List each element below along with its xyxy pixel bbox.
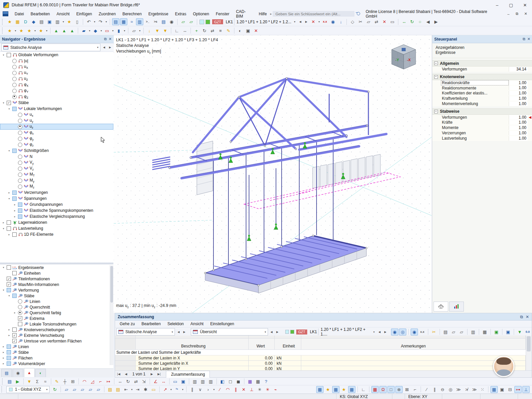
checkbox[interactable] <box>12 197 17 201</box>
factor-row-verzerrungen[interactable]: Verzerrungen1.00 <box>432 130 532 136</box>
line-support-icon[interactable]: ▲ <box>61 27 68 34</box>
delete-results-icon[interactable]: ✕ <box>381 18 388 25</box>
support-center-icon[interactable]: ◉ <box>168 18 175 25</box>
decimal-icon[interactable]: 0.0 <box>524 329 531 335</box>
prev-load-combination-button[interactable]: ◀ <box>297 18 303 25</box>
keyword-search-input[interactable] <box>273 11 354 17</box>
next-view-button[interactable]: ▶ <box>274 329 280 335</box>
line-snap-icon[interactable]: ∕ <box>423 386 430 393</box>
radio-button[interactable] <box>12 83 17 87</box>
radio-button[interactable] <box>18 173 22 177</box>
script-editor-icon[interactable]: >s <box>152 18 159 25</box>
grid-points-icon[interactable]: ▦ <box>332 386 339 393</box>
factor-value[interactable]: 1.00 <box>509 85 528 90</box>
dim-x-icon[interactable]: ⇤ <box>122 386 130 393</box>
tree-item--x[interactable]: φX <box>0 82 113 88</box>
show-values-icon[interactable]: ◉ <box>411 329 418 335</box>
table-analysis-dropdown[interactable]: Statische Analyse▾ <box>116 328 175 335</box>
load-combination-dropdown[interactable]: 1.20 * LF1 + 1.20 * LF2 + 1.2... ▾ <box>234 18 297 25</box>
box-x-icon[interactable]: ⊠ <box>403 386 411 393</box>
mirror-icon[interactable]: ⇄ <box>209 27 216 34</box>
prev-combination-button[interactable]: ◀ <box>377 329 382 335</box>
show-values-icon[interactable]: ◉ <box>329 18 336 25</box>
checkbox[interactable] <box>12 294 17 298</box>
cell-einheit[interactable]: kN <box>275 355 301 361</box>
chevron-down-icon[interactable]: ▾ <box>212 386 216 393</box>
tree-item-vy[interactable]: Vy <box>0 160 113 166</box>
search-icon[interactable] <box>356 11 363 17</box>
factor-value[interactable]: 34.14 <box>509 67 528 71</box>
tree-item-stäbe[interactable]: ▸Stäbe <box>0 349 113 355</box>
grid-snap-icon[interactable]: ▦ <box>371 386 379 393</box>
section-cut-icon[interactable]: ✂ <box>357 18 364 25</box>
cell-wert[interactable]: 0.00 <box>249 361 275 366</box>
expander-icon[interactable]: ▸ <box>1 356 6 359</box>
man-icon[interactable]: ✱ <box>142 386 149 393</box>
tree-item-uy[interactable]: uy <box>0 118 113 124</box>
view-z-icon[interactable]: ▥ <box>207 378 214 385</box>
magnet-icon[interactable]: Ω <box>379 386 387 393</box>
copy3-icon[interactable]: ▱ <box>79 386 86 393</box>
expander-icon[interactable]: ▸ <box>7 328 11 331</box>
mirror-model-icon[interactable]: ⇄ <box>373 18 380 25</box>
chevron-down-icon[interactable]: ▾ <box>181 386 185 393</box>
member-load-icon[interactable]: ▼ <box>154 27 161 34</box>
tree-item-titelinformationen[interactable]: ✓Titelinformationen <box>0 276 113 282</box>
tree-item-stäbe[interactable]: ▾✓Stäbe <box>0 100 113 106</box>
model-viewport[interactable]: LK1 - 1.20 * LF1 + 1.20 * LF2 + 1.20 * L… <box>114 35 432 313</box>
checkbox[interactable] <box>12 232 17 237</box>
checkbox[interactable] <box>12 107 17 111</box>
toolbar-grip[interactable] <box>1 386 4 392</box>
collapse-icon[interactable] <box>434 75 438 79</box>
table-nav-icon[interactable]: ▤ <box>6 378 13 385</box>
window-icon[interactable]: ▭ <box>150 386 157 393</box>
radio-button[interactable] <box>12 59 17 63</box>
tree-item-ux[interactable]: uX <box>0 64 113 70</box>
checkbox[interactable] <box>18 202 22 207</box>
tree-item-volumenkörper[interactable]: ▸Volumenkörper <box>0 361 113 366</box>
paste2-icon[interactable]: ▱ <box>95 386 102 393</box>
checkbox[interactable] <box>7 288 11 292</box>
select-special-icon[interactable]: ▣ <box>180 378 187 385</box>
snap-lines-icon[interactable]: ∥ <box>189 386 196 393</box>
table-scrollbar[interactable] <box>526 335 532 371</box>
chevron-down-icon[interactable]: ▾ <box>111 27 115 34</box>
expander-icon[interactable]: ▸ <box>1 351 6 354</box>
tree-item--z[interactable]: φZ <box>0 94 113 100</box>
radio-button[interactable] <box>18 179 22 183</box>
factor-row-lastverteilung[interactable]: Lastverteilung1.00 <box>432 136 532 141</box>
snap-new-icon[interactable]: ★ <box>340 386 347 393</box>
chevron-down-icon[interactable]: ▾ <box>138 27 142 34</box>
table-row[interactable]: Summe der Lagerkräfte in X0.00kN <box>115 361 526 366</box>
radio-button[interactable] <box>18 299 22 304</box>
tree-item-linien[interactable]: ▸Linien <box>0 344 113 349</box>
col-header-einheit[interactable]: Einheit <box>275 338 301 350</box>
chevron-down-icon[interactable]: ▾ <box>88 27 91 34</box>
tree-item-uz[interactable]: uz <box>0 124 113 130</box>
new-solid-icon[interactable]: ◆ <box>92 27 99 34</box>
imperfection-icon[interactable]: ≈ <box>42 378 49 385</box>
table-row[interactable]: Summe der Lasten in Y0.00kN <box>115 366 526 371</box>
guide-snap-icon[interactable]: ⊶ <box>514 386 522 393</box>
table2-icon[interactable]: ▤ <box>114 386 122 393</box>
menu-item-gehe-zu[interactable]: Gehe zu <box>116 320 138 328</box>
chevron-down-icon[interactable]: ▾ <box>14 27 17 34</box>
checkbox[interactable] <box>7 220 11 225</box>
save-table-icon[interactable]: ▣ <box>504 329 512 335</box>
print-icon[interactable]: ▥ <box>54 18 61 25</box>
mdi-restore-button[interactable]: ⧉ <box>513 11 521 17</box>
expander-icon[interactable]: ▾ <box>7 294 11 297</box>
plane-snap-icon[interactable]: ⊥ <box>522 386 530 393</box>
tree-item-umrisse-von-verformten-flächen[interactable]: ✓Umrisse von verformten Flächen <box>0 338 113 344</box>
expander-icon[interactable]: ▸ <box>7 191 11 194</box>
radio-button[interactable] <box>18 155 22 159</box>
cell-anmerkungen[interactable] <box>301 355 526 361</box>
panel-close-icon[interactable]: ✕ <box>109 37 112 41</box>
measure-icon[interactable]: ∠ <box>152 378 159 385</box>
expander-icon[interactable]: ▾ <box>7 107 11 110</box>
tangent-icon[interactable]: ⊖ <box>439 386 446 393</box>
isometric-view-icon[interactable]: ◇ <box>349 18 356 25</box>
tree-item-stäbe[interactable]: ▾Stäbe <box>0 293 113 299</box>
regenerate-icon[interactable]: ↻ <box>51 386 59 393</box>
expander-icon[interactable]: ▾ <box>1 227 6 230</box>
